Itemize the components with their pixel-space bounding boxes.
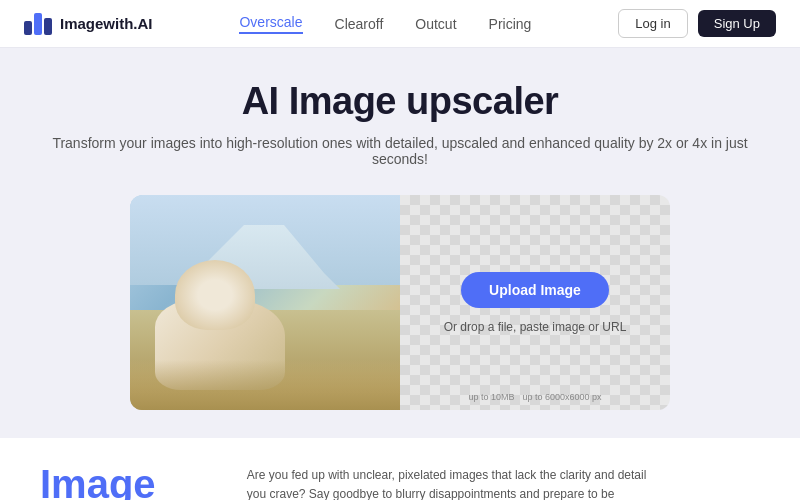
upload-limits: up to 10MB up to 6000x6000 px xyxy=(468,392,601,402)
hero-subtitle: Transform your images into high-resoluti… xyxy=(40,135,760,167)
logo: Imagewith.AI xyxy=(24,13,153,35)
nav-clearoff[interactable]: Clearoff xyxy=(335,16,384,32)
bottom-title: Image Rescaler xyxy=(40,462,207,500)
svg-rect-1 xyxy=(34,13,42,35)
bottom-title-line1: Image xyxy=(40,462,207,500)
upload-button[interactable]: Upload Image xyxy=(461,272,609,308)
logo-text: Imagewith.AI xyxy=(60,15,153,32)
header-actions: Log in Sign Up xyxy=(618,9,776,38)
nav-outcut[interactable]: Outcut xyxy=(415,16,456,32)
lion-illustration xyxy=(130,195,400,410)
main-content: AI Image upscaler Transform your images … xyxy=(0,48,800,410)
upload-px-limit: up to 6000x6000 px xyxy=(522,392,601,402)
bottom-section: Image Rescaler Are you fed up with uncle… xyxy=(0,438,800,500)
demo-image: Try yourself for free xyxy=(130,195,400,410)
svg-rect-2 xyxy=(44,18,52,35)
demo-area: Try yourself for free Upload Image Or dr… xyxy=(40,195,760,410)
signup-button[interactable]: Sign Up xyxy=(698,10,776,37)
upload-size-limit: up to 10MB xyxy=(468,392,514,402)
nav-pricing[interactable]: Pricing xyxy=(489,16,532,32)
upload-hint: Or drop a file, paste image or URL xyxy=(444,320,627,334)
svg-rect-0 xyxy=(24,21,32,35)
nav-overscale[interactable]: Overscale xyxy=(239,14,302,34)
bottom-description: Are you fed up with unclear, pixelated i… xyxy=(247,462,647,500)
hero-title: AI Image upscaler xyxy=(40,80,760,123)
login-button[interactable]: Log in xyxy=(618,9,687,38)
logo-icon xyxy=(24,13,52,35)
main-nav: Overscale Clearoff Outcut Pricing xyxy=(239,14,531,34)
header: Imagewith.AI Overscale Clearoff Outcut P… xyxy=(0,0,800,48)
upload-panel: Upload Image Or drop a file, paste image… xyxy=(400,195,670,410)
